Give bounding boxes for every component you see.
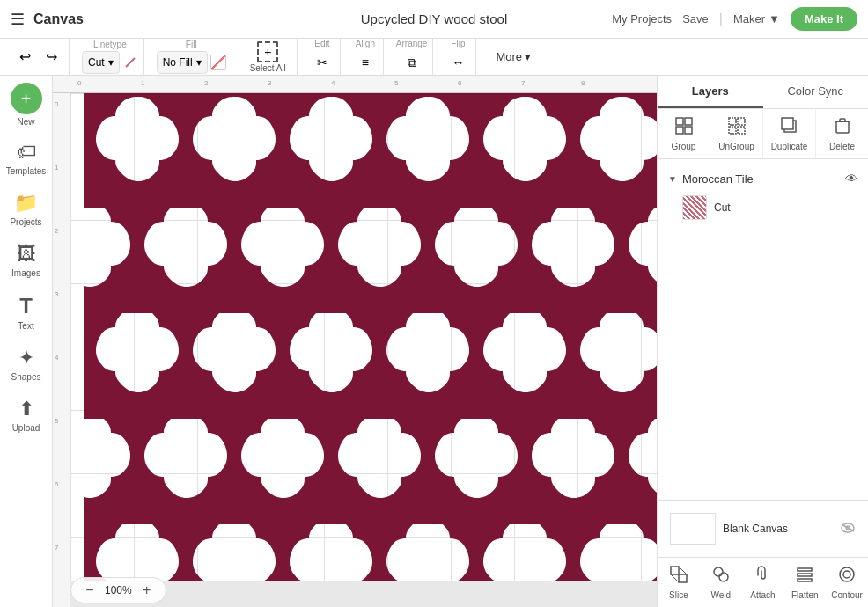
save-button[interactable]: Save [682,12,709,26]
blank-canvas-section: Blank Canvas [658,500,868,557]
contour-label: Contour [831,590,863,600]
ruler-tick-8: 8 [581,79,585,87]
delete-button[interactable]: Delete [816,109,868,158]
group-label: Group [672,142,696,151]
contour-icon [837,565,857,589]
align-label: Align [356,39,375,48]
edit-button[interactable]: ✂ [310,50,335,75]
ruler-tick-0: 0 [77,79,81,87]
select-all-label: Select All [250,63,286,73]
redo-button[interactable]: ↪ [39,45,63,69]
attach-icon [753,565,772,589]
layer-item-name: Cut [714,201,731,214]
fill-select[interactable]: No Fill ▾ [157,51,208,74]
upload-icon: ⬆ [18,398,34,421]
ruler-tick-4: 4 [331,79,335,87]
maker-label: Maker [733,12,765,26]
layer-visibility-icon[interactable]: 👁 [845,172,857,186]
sidebar-item-upload[interactable]: ⬆ Upload [3,391,50,440]
flip-button[interactable]: ↔ [445,50,470,75]
align-button[interactable]: ≡ [353,50,378,75]
edit-group: Edit ✂ [305,39,341,75]
fill-color-swatch[interactable] [210,55,226,70]
svg-rect-23 [798,574,812,576]
select-all-button[interactable]: + Select All [245,40,291,75]
new-label: New [11,117,42,127]
ruler-tick-2: 2 [204,79,208,87]
ungroup-label: UnGroup [718,142,754,151]
svg-point-21 [719,573,728,581]
sidebar-item-images[interactable]: 🖼 Images [3,236,50,285]
toolbar: ↩ ↪ Linetype Cut ▾ Fill No Fill ▾ [0,39,868,76]
group-button[interactable]: Group [658,109,710,158]
fill-group: Fill No Fill ▾ [151,39,232,75]
undo-button[interactable]: ↩ [12,45,37,69]
ruler-v-tick-2: 2 [55,227,58,235]
layer-item-cut[interactable]: Cut [665,191,861,224]
arrange-section: Arrange ⧉ [396,39,428,75]
templates-label: Templates [6,166,47,176]
svg-rect-0 [676,118,683,125]
flip-section: Flip ↔ [445,39,470,75]
svg-rect-5 [738,118,745,125]
doc-title[interactable]: Upcycled DIY wood stool [361,11,507,26]
ruler-v-tick-6: 6 [55,480,58,488]
layer-list: ▼ Moroccan Tile 👁 Cut [658,159,868,500]
group-icon [674,116,694,140]
arrange-button[interactable]: ⧉ [400,50,424,75]
layer-group-arrow-icon: ▼ [668,174,677,184]
canvas-content[interactable] [70,93,657,581]
linetype-select[interactable]: Cut ▾ [82,51,120,74]
linetype-color-swatch[interactable] [122,55,138,70]
sidebar-item-templates[interactable]: 🏷 Templates [3,134,50,183]
svg-rect-10 [836,121,849,133]
svg-rect-3 [685,127,692,134]
sidebar-item-projects[interactable]: 📁 Projects [3,185,50,234]
make-it-button[interactable]: Make It [791,7,857,31]
svg-rect-6 [729,127,736,134]
svg-point-26 [843,571,850,578]
new-button[interactable]: + [11,83,42,114]
slice-button[interactable]: Slice [658,558,700,607]
blank-canvas-visibility-icon[interactable] [840,522,856,536]
flatten-icon [795,565,814,589]
svg-rect-17 [679,574,687,582]
ruler-tick-1: 1 [141,79,144,87]
tab-color-sync[interactable]: Color Sync [763,76,869,108]
svg-rect-22 [798,568,812,571]
menu-icon[interactable]: ☰ [11,10,25,29]
more-button[interactable]: More ▾ [489,47,538,67]
more-label: More [496,50,522,63]
zoom-out-button[interactable]: − [80,581,99,600]
duplicate-icon [780,116,799,140]
weld-button[interactable]: Weld [700,558,742,607]
ruler-v-tick-5: 5 [55,417,58,425]
ruler-corner [53,76,70,93]
nav-right: My Projects Save | Maker ▼ Make It [612,7,857,31]
sidebar-item-shapes[interactable]: ✦ Shapes [3,340,50,389]
ruler-v-tick-4: 4 [55,354,58,362]
zoom-in-button[interactable]: + [137,581,157,600]
contour-button[interactable]: Contour [826,558,868,607]
flatten-button[interactable]: Flatten [783,558,826,607]
slice-label: Slice [669,590,688,600]
svg-rect-12 [840,119,845,121]
tile-group [84,93,657,581]
zoom-controls: − 100% + [70,577,166,603]
svg-rect-24 [798,579,812,581]
ruler-tick-5: 5 [394,79,398,87]
attach-button[interactable]: Attach [742,558,784,607]
ruler-top: 0 1 2 3 4 5 6 7 8 [70,76,657,93]
attach-label: Attach [750,590,775,600]
ruler-v-tick-0: 0 [55,100,58,108]
linetype-controls: Cut ▾ [82,51,138,74]
duplicate-button[interactable]: Duplicate [763,109,816,158]
my-projects-link[interactable]: My Projects [612,12,672,26]
ungroup-icon [727,116,747,140]
tab-layers[interactable]: Layers [658,76,763,108]
svg-rect-16 [671,567,679,574]
sidebar-item-text[interactable]: T Text [3,287,50,338]
layer-group-header[interactable]: ▼ Moroccan Tile 👁 [665,166,861,191]
ungroup-button[interactable]: UnGroup [710,109,763,158]
maker-button[interactable]: Maker ▼ [733,12,780,26]
